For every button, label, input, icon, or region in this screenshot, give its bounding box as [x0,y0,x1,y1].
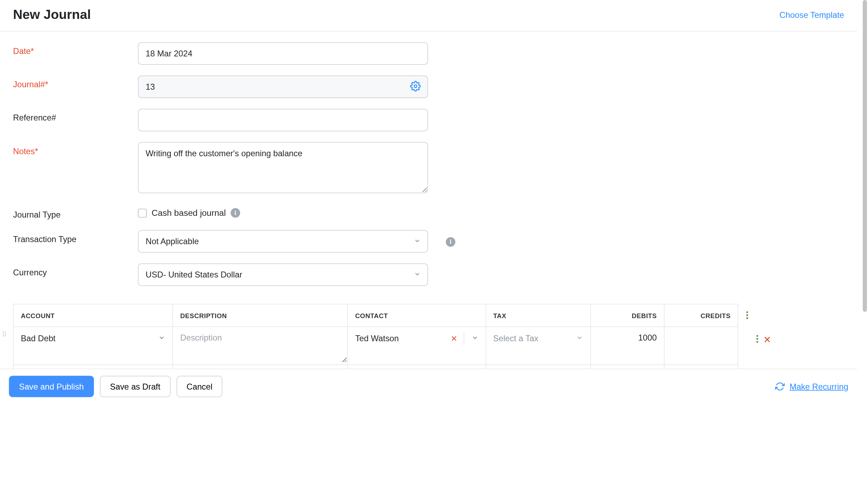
reference-input[interactable] [138,109,428,131]
refresh-icon [775,382,785,391]
col-header-credits: CREDITS [664,304,738,327]
svg-point-1 [746,311,748,313]
drag-handle-icon[interactable]: ⠿ [2,331,7,339]
credits-value[interactable] [664,327,738,333]
chevron-down-icon [576,334,583,343]
kebab-icon[interactable] [746,311,749,320]
col-header-account: ACCOUNT [13,304,173,327]
gear-icon[interactable] [410,81,421,92]
svg-point-5 [756,338,758,340]
footer-bar: Save and Publish Save as Draft Cancel Ma… [0,369,857,403]
table-row: ⠿ Bad Debt Ted Watson ✕ [13,327,738,365]
notes-textarea[interactable] [138,142,428,193]
transaction-type-label: Transaction Type [13,230,138,244]
cash-based-label: Cash based journal [152,208,226,218]
tax-select[interactable]: Select a Tax [486,327,590,349]
cancel-button[interactable]: Cancel [177,376,223,397]
date-label: Date* [13,42,138,56]
choose-template-link[interactable]: Choose Template [779,10,844,20]
save-draft-button[interactable]: Save as Draft [100,376,171,397]
clear-icon[interactable]: ✕ [445,334,463,343]
account-select[interactable]: Bad Debt [14,327,172,349]
currency-select[interactable] [138,263,428,286]
svg-point-6 [756,341,758,343]
svg-point-0 [414,85,417,88]
delete-row-icon[interactable]: ✕ [763,334,771,345]
debits-value[interactable]: 1000 [591,327,664,342]
info-icon[interactable]: i [230,208,240,218]
make-recurring-link[interactable]: Make Recurring [775,382,848,391]
journal-number-input[interactable] [138,76,428,98]
notes-label: Notes* [13,142,138,156]
save-publish-button[interactable]: Save and Publish [9,376,94,397]
col-header-contact: CONTACT [348,304,486,327]
kebab-icon[interactable] [756,335,759,345]
page-title: New Journal [13,7,91,22]
scrollbar[interactable] [862,0,868,494]
journal-number-label: Journal#* [13,76,138,89]
transaction-type-select[interactable] [138,230,428,253]
scrollbar-thumb[interactable] [863,0,867,312]
page-header: New Journal Choose Template [0,0,857,32]
svg-point-4 [756,335,758,337]
form-area: Date* Journal#* Re [0,32,857,304]
date-input[interactable] [138,42,428,64]
journal-type-label: Journal Type [13,206,138,219]
col-header-tax: TAX [486,304,591,327]
contact-select[interactable]: Ted Watson ✕ [348,327,485,349]
svg-point-2 [746,314,748,316]
col-header-description: DESCRIPTION [173,304,347,327]
info-icon[interactable]: i [446,237,455,246]
chevron-down-icon [464,334,485,343]
reference-label: Reference# [13,109,138,123]
svg-point-3 [746,317,748,319]
cash-based-checkbox[interactable] [138,208,147,217]
chevron-down-icon [158,334,165,343]
col-header-debits: DEBITS [591,304,664,327]
currency-label: Currency [13,263,138,277]
description-textarea[interactable] [173,327,347,363]
